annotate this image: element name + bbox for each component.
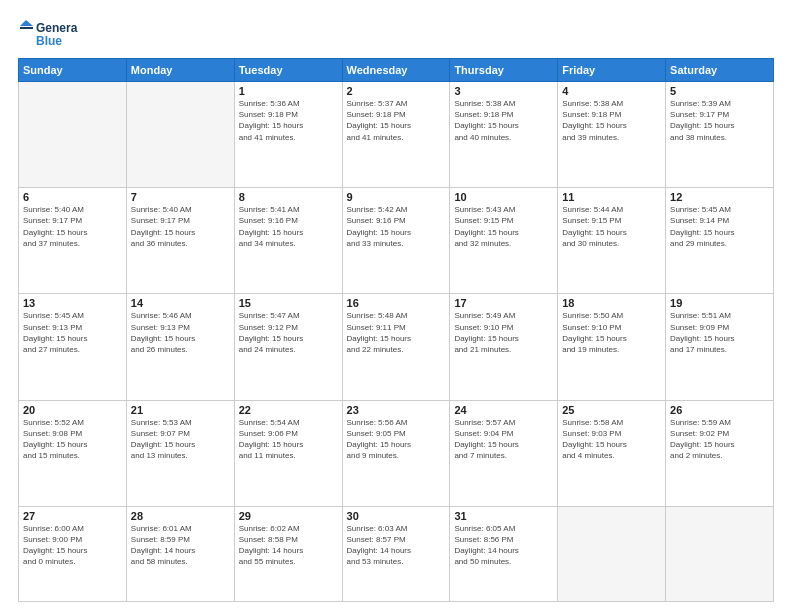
day-info: Sunrise: 5:37 AM Sunset: 9:18 PM Dayligh… — [347, 98, 446, 143]
calendar-cell: 16Sunrise: 5:48 AM Sunset: 9:11 PM Dayli… — [342, 294, 450, 400]
calendar-cell: 15Sunrise: 5:47 AM Sunset: 9:12 PM Dayli… — [234, 294, 342, 400]
week-row-4: 27Sunrise: 6:00 AM Sunset: 9:00 PM Dayli… — [19, 506, 774, 601]
header: GeneralBlue — [18, 18, 774, 50]
week-row-2: 13Sunrise: 5:45 AM Sunset: 9:13 PM Dayli… — [19, 294, 774, 400]
weekday-header-tuesday: Tuesday — [234, 59, 342, 82]
day-info: Sunrise: 5:48 AM Sunset: 9:11 PM Dayligh… — [347, 310, 446, 355]
calendar-cell: 25Sunrise: 5:58 AM Sunset: 9:03 PM Dayli… — [558, 400, 666, 506]
calendar-cell: 2Sunrise: 5:37 AM Sunset: 9:18 PM Daylig… — [342, 82, 450, 188]
calendar-cell: 27Sunrise: 6:00 AM Sunset: 9:00 PM Dayli… — [19, 506, 127, 601]
day-number: 30 — [347, 510, 446, 522]
day-number: 16 — [347, 297, 446, 309]
day-info: Sunrise: 6:05 AM Sunset: 8:56 PM Dayligh… — [454, 523, 553, 568]
logo-svg: GeneralBlue — [18, 18, 78, 50]
calendar-cell: 8Sunrise: 5:41 AM Sunset: 9:16 PM Daylig… — [234, 188, 342, 294]
day-info: Sunrise: 5:39 AM Sunset: 9:17 PM Dayligh… — [670, 98, 769, 143]
day-number: 18 — [562, 297, 661, 309]
day-info: Sunrise: 5:49 AM Sunset: 9:10 PM Dayligh… — [454, 310, 553, 355]
week-row-1: 6Sunrise: 5:40 AM Sunset: 9:17 PM Daylig… — [19, 188, 774, 294]
day-info: Sunrise: 5:56 AM Sunset: 9:05 PM Dayligh… — [347, 417, 446, 462]
day-info: Sunrise: 6:01 AM Sunset: 8:59 PM Dayligh… — [131, 523, 230, 568]
calendar-cell — [666, 506, 774, 601]
logo: GeneralBlue — [18, 18, 78, 50]
calendar-cell: 4Sunrise: 5:38 AM Sunset: 9:18 PM Daylig… — [558, 82, 666, 188]
calendar-cell: 6Sunrise: 5:40 AM Sunset: 9:17 PM Daylig… — [19, 188, 127, 294]
calendar-cell: 26Sunrise: 5:59 AM Sunset: 9:02 PM Dayli… — [666, 400, 774, 506]
day-info: Sunrise: 5:40 AM Sunset: 9:17 PM Dayligh… — [23, 204, 122, 249]
day-info: Sunrise: 5:42 AM Sunset: 9:16 PM Dayligh… — [347, 204, 446, 249]
day-info: Sunrise: 5:57 AM Sunset: 9:04 PM Dayligh… — [454, 417, 553, 462]
weekday-header-thursday: Thursday — [450, 59, 558, 82]
weekday-header-saturday: Saturday — [666, 59, 774, 82]
day-number: 14 — [131, 297, 230, 309]
day-number: 29 — [239, 510, 338, 522]
weekday-header-friday: Friday — [558, 59, 666, 82]
day-info: Sunrise: 5:36 AM Sunset: 9:18 PM Dayligh… — [239, 98, 338, 143]
calendar-table: SundayMondayTuesdayWednesdayThursdayFrid… — [18, 58, 774, 602]
day-number: 28 — [131, 510, 230, 522]
day-info: Sunrise: 5:50 AM Sunset: 9:10 PM Dayligh… — [562, 310, 661, 355]
calendar-cell: 23Sunrise: 5:56 AM Sunset: 9:05 PM Dayli… — [342, 400, 450, 506]
day-number: 5 — [670, 85, 769, 97]
day-info: Sunrise: 5:43 AM Sunset: 9:15 PM Dayligh… — [454, 204, 553, 249]
calendar-cell: 9Sunrise: 5:42 AM Sunset: 9:16 PM Daylig… — [342, 188, 450, 294]
day-info: Sunrise: 5:38 AM Sunset: 9:18 PM Dayligh… — [454, 98, 553, 143]
calendar-cell: 12Sunrise: 5:45 AM Sunset: 9:14 PM Dayli… — [666, 188, 774, 294]
day-number: 10 — [454, 191, 553, 203]
day-info: Sunrise: 6:02 AM Sunset: 8:58 PM Dayligh… — [239, 523, 338, 568]
day-number: 9 — [347, 191, 446, 203]
day-number: 17 — [454, 297, 553, 309]
weekday-header-row: SundayMondayTuesdayWednesdayThursdayFrid… — [19, 59, 774, 82]
day-number: 1 — [239, 85, 338, 97]
day-info: Sunrise: 5:52 AM Sunset: 9:08 PM Dayligh… — [23, 417, 122, 462]
day-number: 3 — [454, 85, 553, 97]
day-number: 24 — [454, 404, 553, 416]
calendar-cell: 20Sunrise: 5:52 AM Sunset: 9:08 PM Dayli… — [19, 400, 127, 506]
day-info: Sunrise: 6:00 AM Sunset: 9:00 PM Dayligh… — [23, 523, 122, 568]
day-info: Sunrise: 5:58 AM Sunset: 9:03 PM Dayligh… — [562, 417, 661, 462]
day-info: Sunrise: 5:51 AM Sunset: 9:09 PM Dayligh… — [670, 310, 769, 355]
day-number: 26 — [670, 404, 769, 416]
calendar-cell: 5Sunrise: 5:39 AM Sunset: 9:17 PM Daylig… — [666, 82, 774, 188]
svg-rect-1 — [20, 27, 33, 29]
day-number: 8 — [239, 191, 338, 203]
calendar-cell: 13Sunrise: 5:45 AM Sunset: 9:13 PM Dayli… — [19, 294, 127, 400]
day-info: Sunrise: 5:45 AM Sunset: 9:13 PM Dayligh… — [23, 310, 122, 355]
day-info: Sunrise: 5:47 AM Sunset: 9:12 PM Dayligh… — [239, 310, 338, 355]
svg-text:General: General — [36, 21, 78, 35]
day-info: Sunrise: 5:40 AM Sunset: 9:17 PM Dayligh… — [131, 204, 230, 249]
calendar-cell: 30Sunrise: 6:03 AM Sunset: 8:57 PM Dayli… — [342, 506, 450, 601]
page: GeneralBlue SundayMondayTuesdayWednesday… — [0, 0, 792, 612]
calendar-cell: 21Sunrise: 5:53 AM Sunset: 9:07 PM Dayli… — [126, 400, 234, 506]
day-number: 12 — [670, 191, 769, 203]
calendar-cell: 11Sunrise: 5:44 AM Sunset: 9:15 PM Dayli… — [558, 188, 666, 294]
day-number: 4 — [562, 85, 661, 97]
day-number: 7 — [131, 191, 230, 203]
calendar-cell: 14Sunrise: 5:46 AM Sunset: 9:13 PM Dayli… — [126, 294, 234, 400]
day-number: 20 — [23, 404, 122, 416]
day-number: 23 — [347, 404, 446, 416]
calendar-cell: 31Sunrise: 6:05 AM Sunset: 8:56 PM Dayli… — [450, 506, 558, 601]
day-info: Sunrise: 5:45 AM Sunset: 9:14 PM Dayligh… — [670, 204, 769, 249]
calendar-cell: 10Sunrise: 5:43 AM Sunset: 9:15 PM Dayli… — [450, 188, 558, 294]
svg-marker-0 — [20, 20, 33, 26]
day-number: 19 — [670, 297, 769, 309]
weekday-header-wednesday: Wednesday — [342, 59, 450, 82]
day-info: Sunrise: 6:03 AM Sunset: 8:57 PM Dayligh… — [347, 523, 446, 568]
day-info: Sunrise: 5:53 AM Sunset: 9:07 PM Dayligh… — [131, 417, 230, 462]
day-number: 2 — [347, 85, 446, 97]
day-number: 27 — [23, 510, 122, 522]
day-info: Sunrise: 5:44 AM Sunset: 9:15 PM Dayligh… — [562, 204, 661, 249]
svg-text:Blue: Blue — [36, 34, 62, 48]
calendar-cell: 17Sunrise: 5:49 AM Sunset: 9:10 PM Dayli… — [450, 294, 558, 400]
week-row-3: 20Sunrise: 5:52 AM Sunset: 9:08 PM Dayli… — [19, 400, 774, 506]
calendar-cell: 24Sunrise: 5:57 AM Sunset: 9:04 PM Dayli… — [450, 400, 558, 506]
day-number: 15 — [239, 297, 338, 309]
week-row-0: 1Sunrise: 5:36 AM Sunset: 9:18 PM Daylig… — [19, 82, 774, 188]
calendar-cell — [558, 506, 666, 601]
day-info: Sunrise: 5:41 AM Sunset: 9:16 PM Dayligh… — [239, 204, 338, 249]
calendar-cell: 22Sunrise: 5:54 AM Sunset: 9:06 PM Dayli… — [234, 400, 342, 506]
day-number: 22 — [239, 404, 338, 416]
weekday-header-sunday: Sunday — [19, 59, 127, 82]
calendar-cell: 7Sunrise: 5:40 AM Sunset: 9:17 PM Daylig… — [126, 188, 234, 294]
